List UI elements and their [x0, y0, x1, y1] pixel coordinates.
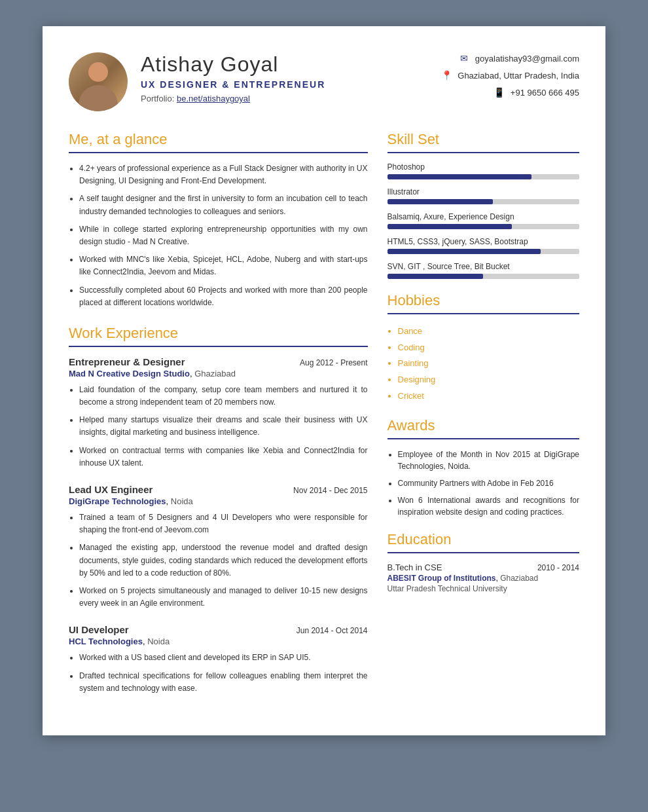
company-3-name: HCL Technologies: [69, 637, 143, 646]
hobby-item: Painting: [398, 356, 579, 372]
skill-illustrator: Illustrator: [387, 187, 579, 204]
skill-name: Illustrator: [387, 187, 579, 196]
job-2-company: DigiGrape Technologies, Noida: [69, 496, 368, 506]
skill-bar-fill: [387, 224, 513, 229]
glance-list: 4.2+ years of professional experience as…: [69, 162, 368, 309]
glance-divider: [69, 152, 368, 153]
edu-years: 2010 - 2014: [537, 563, 579, 572]
skill-html5: HTML5, CSS3, jQuery, SASS, Bootstrap: [387, 237, 579, 254]
skill-bar-fill: [387, 199, 493, 204]
company-2-loc: Noida: [171, 496, 193, 506]
job-2-title: Lead UX Engineer: [69, 484, 153, 495]
skill-name: SVN, GIT , Source Tree, Bit Bucket: [387, 262, 579, 271]
job-1-title: Entrepreneur & Designer: [69, 356, 185, 367]
skill-bar-bg: [387, 224, 579, 229]
edu-row: B.Tech in CSE 2010 - 2014: [387, 563, 579, 572]
list-item: Worked with a US based client and develo…: [79, 652, 368, 664]
job-2-bullets: Trained a team of 5 Designers and 4 UI D…: [69, 511, 368, 610]
work-title: Work Experience: [69, 325, 368, 342]
left-column: Me, at a glance 4.2+ years of profession…: [69, 131, 368, 709]
job-3: UI Developer Jun 2014 - Oct 2014 HCL Tec…: [69, 624, 368, 695]
skills-title: Skill Set: [387, 131, 579, 148]
portfolio-line: Portfolio: be.net/atishaygoyal: [141, 94, 441, 103]
list-item: Trained a team of 5 Designers and 4 UI D…: [79, 511, 368, 536]
hobbies-list: Dance Coding Painting Designing Cricket: [387, 323, 579, 404]
company-1-name: Mad N Creative Design Studio: [69, 369, 190, 378]
job-1-company: Mad N Creative Design Studio, Ghaziabad: [69, 369, 368, 378]
award-item: Won 6 International awards and recogniti…: [398, 494, 579, 518]
job-3-company: HCL Technologies, Noida: [69, 637, 368, 646]
list-item: While in college started exploring entre…: [79, 223, 368, 248]
skill-svn: SVN, GIT , Source Tree, Bit Bucket: [387, 262, 579, 279]
hobby-item: Dance: [398, 323, 579, 340]
skill-balsamiq: Balsamiq, Axure, Experience Design: [387, 212, 579, 229]
company-3-loc: Noida: [147, 637, 170, 646]
job-3-dates: Jun 2014 - Oct 2014: [297, 626, 368, 635]
edu-inst-loc: Ghaziabad: [500, 574, 538, 583]
skill-bar-bg: [387, 174, 579, 179]
skill-name: Photoshop: [387, 162, 579, 172]
awards-list: Employee of the Month in Nov 2015 at Dig…: [387, 449, 579, 518]
work-divider: [69, 346, 368, 347]
portfolio-label: Portfolio:: [141, 94, 174, 103]
edu-university: Uttar Pradesh Technical University: [387, 584, 579, 593]
hobbies-divider: [387, 313, 579, 314]
list-item: Worked on contractual terms with compani…: [79, 445, 368, 470]
phone-text: +91 9650 666 495: [511, 88, 579, 98]
skill-bar-bg: [387, 249, 579, 254]
hobby-item: Designing: [398, 372, 579, 388]
skill-bar-fill: [387, 274, 484, 279]
glance-section: Me, at a glance 4.2+ years of profession…: [69, 131, 368, 309]
list-item: Worked on 5 projects simultaneously and …: [79, 585, 368, 610]
header-info: Atishay Goyal UX DESIGNER & ENTREPRENEUR…: [141, 52, 441, 103]
full-name: Atishay Goyal: [141, 52, 441, 77]
job-1: Entrepreneur & Designer Aug 2012 - Prese…: [69, 356, 368, 470]
company-2-name: DigiGrape Technologies: [69, 496, 166, 506]
skill-name: HTML5, CSS3, jQuery, SASS, Bootstrap: [387, 237, 579, 246]
location-text: Ghaziabad, Uttar Pradesh, India: [458, 71, 579, 81]
job-3-title: UI Developer: [69, 624, 129, 635]
job-1-dates: Aug 2012 - Present: [300, 358, 367, 367]
skill-bar-bg: [387, 274, 579, 279]
avatar: [69, 52, 128, 111]
job-title: UX DESIGNER & ENTREPRENEUR: [141, 79, 441, 90]
job-3-bullets: Worked with a US based client and develo…: [69, 652, 368, 695]
hobbies-section: Hobbies Dance Coding Painting Designing …: [387, 292, 579, 404]
awards-title: Awards: [387, 417, 579, 434]
list-item: Worked with MNC's like Xebia, Spicejet, …: [79, 253, 368, 278]
hobby-item: Cricket: [398, 388, 579, 405]
education-divider: [387, 552, 579, 553]
edu-inst-name: ABESIT Group of Institutions: [387, 574, 496, 583]
portfolio-link[interactable]: be.net/atishaygoyal: [177, 94, 250, 103]
award-item: Employee of the Month in Nov 2015 at Dig…: [398, 449, 579, 472]
list-item: 4.2+ years of professional experience as…: [79, 162, 368, 187]
skills-section: Skill Set Photoshop Illustrator Balsamiq…: [387, 131, 579, 279]
edu-institution: ABESIT Group of Institutions, Ghaziabad: [387, 574, 579, 583]
edu-degree: B.Tech in CSE: [387, 563, 442, 572]
resume-container: Atishay Goyal UX DESIGNER & ENTREPRENEUR…: [43, 26, 605, 735]
company-1-loc: Ghaziabad: [194, 369, 236, 378]
education-title: Education: [387, 531, 579, 548]
phone-item: 📱 +91 9650 666 495: [441, 86, 579, 98]
email-icon: ✉: [458, 52, 470, 64]
location-icon: 📍: [441, 69, 452, 81]
awards-divider: [387, 438, 579, 439]
email-text: goyalatishay93@gmail.com: [475, 54, 579, 64]
skills-divider: [387, 152, 579, 153]
right-column: Skill Set Photoshop Illustrator Balsamiq…: [387, 131, 579, 709]
hobbies-title: Hobbies: [387, 292, 579, 309]
hobby-item: Coding: [398, 340, 579, 356]
skill-bar-fill: [387, 249, 541, 254]
header-section: Atishay Goyal UX DESIGNER & ENTREPRENEUR…: [69, 52, 579, 111]
list-item: Drafted technical specifications for fel…: [79, 670, 368, 695]
list-item: Managed the existing app, understood the…: [79, 542, 368, 580]
list-item: A self taught designer and the first in …: [79, 193, 368, 217]
phone-icon: 📱: [494, 86, 505, 98]
job-1-bullets: Laid foundation of the company, setup co…: [69, 384, 368, 470]
job-2-header: Lead UX Engineer Nov 2014 - Dec 2015: [69, 484, 368, 495]
skill-bar-fill: [387, 174, 531, 179]
body-layout: Me, at a glance 4.2+ years of profession…: [69, 131, 579, 709]
awards-section: Awards Employee of the Month in Nov 2015…: [387, 417, 579, 518]
contact-info: ✉ goyalatishay93@gmail.com 📍 Ghaziabad, …: [441, 52, 579, 98]
list-item: Helped many startups visualize their dre…: [79, 414, 368, 439]
